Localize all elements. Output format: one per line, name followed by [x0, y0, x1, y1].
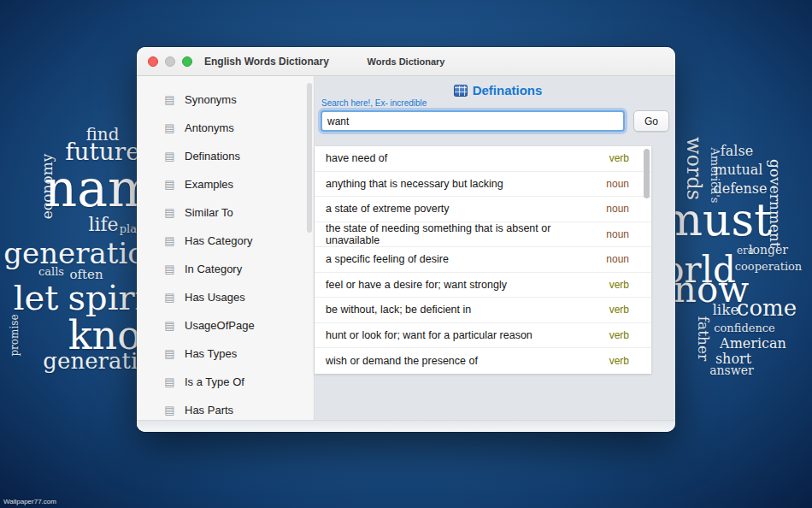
part-of-speech-label: noun: [606, 228, 629, 240]
background-word: promise: [9, 314, 20, 356]
definition-row[interactable]: wish or demand the presence of verb: [315, 348, 651, 374]
definition-text: a state of extreme poverty: [326, 203, 606, 215]
list-icon: ▤: [163, 121, 176, 134]
search-input[interactable]: [321, 110, 625, 132]
definition-row[interactable]: have need of verb: [315, 146, 651, 172]
sidebar-item-label: Has Parts: [185, 404, 233, 416]
list-icon: ▤: [163, 375, 176, 388]
sidebar-list: ▤ Synonyms ▤ Antonyms ▤ Definations ▤ Ex…: [137, 86, 314, 424]
sidebar-item[interactable]: ▤ Is a Type Of: [137, 368, 314, 396]
app-title: English Words Dictionary: [204, 56, 329, 68]
horizontal-scrollbar[interactable]: [137, 420, 675, 432]
sidebar-item[interactable]: ▤ Has Category: [137, 227, 314, 255]
sidebar-item[interactable]: ▤ Has Types: [137, 340, 314, 368]
part-of-speech-label: verb: [609, 355, 629, 367]
sidebar-item[interactable]: ▤ Examples: [137, 170, 314, 198]
results-rows: have need of verb anything that is neces…: [315, 146, 651, 374]
definition-row[interactable]: hunt or look for; want for a particular …: [315, 323, 651, 349]
main-panel: Definations Search here!, Ex- incredible…: [315, 76, 675, 432]
go-button[interactable]: Go: [633, 110, 669, 132]
list-icon: ▤: [163, 291, 176, 304]
definition-text: hunt or look for; want for a particular …: [326, 329, 609, 341]
sidebar-item-label: UsageOfPage: [185, 319, 255, 332]
definition-text: wish or demand the presence of: [326, 355, 609, 367]
list-icon: ▤: [163, 319, 176, 332]
background-word: longer: [749, 244, 788, 256]
definition-row[interactable]: a specific feeling of desire noun: [315, 247, 651, 273]
background-word: calls: [38, 266, 64, 277]
definition-row[interactable]: a state of extreme poverty noun: [315, 197, 651, 222]
window-titlebar[interactable]: English Words Dictionary Words Dictionar…: [137, 47, 675, 76]
sidebar-item-label: Has Category: [185, 234, 252, 247]
search-hint: Search here!, Ex- incredible: [321, 98, 675, 108]
sidebar-item-label: Has Types: [185, 347, 237, 360]
definition-text: feel or have a desire for; want strongly: [326, 279, 609, 291]
background-word: life: [88, 216, 118, 234]
definition-text: the state of needing something that is a…: [326, 222, 606, 246]
sidebar-scrollbar[interactable]: [307, 83, 312, 233]
part-of-speech-label: verb: [609, 152, 629, 164]
sidebar-item[interactable]: ▤ UsageOfPage: [137, 311, 314, 340]
background-word: mutual: [715, 163, 763, 177]
list-icon: ▤: [163, 404, 176, 416]
background-word: let: [14, 281, 59, 315]
section-heading: Definations: [321, 83, 675, 97]
sidebar-item-label: Similar To: [185, 206, 233, 219]
sidebar-item[interactable]: ▤ Definations: [137, 142, 314, 170]
background-word: like: [712, 303, 738, 317]
sidebar-item[interactable]: ▤ Has Usages: [137, 283, 314, 311]
list-icon: ▤: [163, 234, 176, 247]
definitions-icon: [454, 85, 468, 97]
results-scrollbar[interactable]: [644, 149, 650, 198]
list-icon: ▤: [163, 93, 176, 106]
traffic-lights: [148, 56, 192, 67]
sidebar-item-label: Examples: [185, 178, 233, 191]
part-of-speech-label: noun: [606, 203, 629, 215]
definition-text: a specific feeling of desire: [326, 253, 606, 265]
definition-text: have need of: [326, 152, 609, 164]
sidebar-item[interactable]: ▤ Synonyms: [137, 86, 314, 114]
background-word: answer: [709, 364, 754, 376]
part-of-speech-label: verb: [609, 279, 629, 291]
sidebar: ▤ Synonyms ▤ Antonyms ▤ Definations ▤ Ex…: [137, 76, 315, 432]
section-title: Definations: [473, 83, 543, 97]
sidebar-item-label: In Category: [185, 263, 242, 275]
definition-row[interactable]: anything that is necessary but lacking n…: [315, 172, 651, 198]
definition-row[interactable]: feel or have a desire for; want strongly…: [315, 273, 651, 298]
background-word: confidence: [714, 322, 775, 334]
sidebar-item-label: Antonyms: [185, 121, 234, 134]
sidebar-item-label: Synonyms: [185, 93, 237, 106]
results-list: have need of verb anything that is neces…: [315, 146, 651, 374]
background-word: words: [684, 137, 704, 200]
definition-row[interactable]: be without, lack; be deficient in verb: [315, 298, 651, 323]
sidebar-item[interactable]: ▤ Similar To: [137, 198, 314, 227]
background-word: American: [720, 337, 786, 351]
list-icon: ▤: [163, 178, 176, 191]
zoom-button[interactable]: [182, 56, 192, 67]
minimize-button[interactable]: [165, 56, 175, 67]
background-word: must: [661, 198, 772, 242]
part-of-speech-label: noun: [606, 178, 629, 190]
sidebar-item-label: Has Usages: [185, 291, 245, 304]
definition-text: anything that is necessary but lacking: [326, 178, 606, 190]
close-button[interactable]: [148, 56, 158, 67]
sidebar-item[interactable]: ▤ In Category: [137, 255, 314, 283]
sidebar-item-label: Is a Type Of: [185, 375, 244, 388]
wallpaper-watermark: Wallpaper77.com: [3, 498, 56, 505]
definition-text: be without, lack; be deficient in: [326, 304, 609, 316]
list-icon: ▤: [163, 347, 176, 360]
list-icon: ▤: [163, 206, 176, 219]
dictionary-window: English Words Dictionary Words Dictionar…: [137, 47, 675, 432]
list-icon: ▤: [163, 263, 176, 275]
part-of-speech-label: noun: [606, 253, 629, 265]
window-content: ▤ Synonyms ▤ Antonyms ▤ Definations ▤ Ex…: [137, 76, 675, 432]
part-of-speech-label: verb: [609, 329, 629, 341]
sidebar-item[interactable]: ▤ Antonyms: [137, 114, 314, 142]
background-word: come: [737, 297, 797, 319]
sidebar-item-label: Definations: [185, 150, 240, 162]
search-row: Go: [321, 110, 675, 132]
part-of-speech-label: verb: [609, 304, 629, 316]
definition-row[interactable]: the state of needing something that is a…: [315, 222, 651, 248]
list-icon: ▤: [163, 150, 176, 162]
background-word: false: [721, 145, 753, 158]
